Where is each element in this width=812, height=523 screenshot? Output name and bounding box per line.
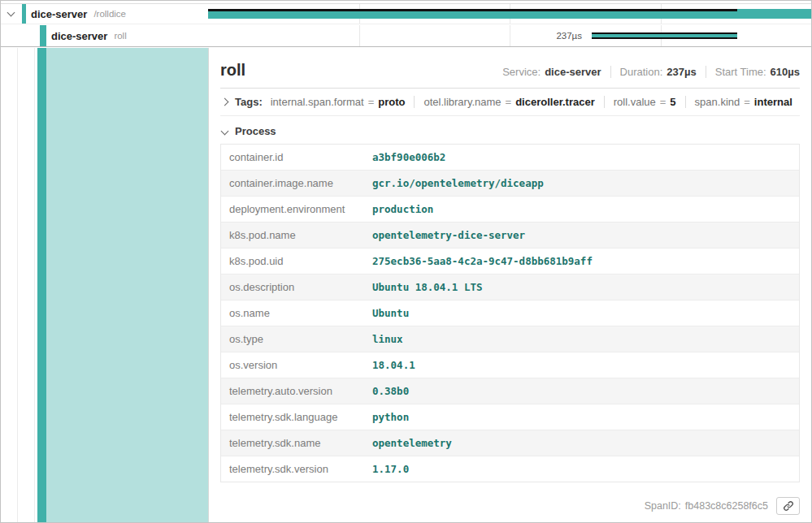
equals-sign: [368, 96, 375, 108]
equals-sign: [506, 96, 512, 108]
service-label: Service:: [502, 66, 541, 78]
tag-summary-pair: internal.span.formatproto: [271, 96, 415, 108]
span-duration-label: 237µs: [208, 25, 587, 46]
key-cell: os.version: [221, 352, 364, 378]
table-row: telemetry.sdk.language python: [221, 404, 799, 430]
table-row: telemetry.auto.version 0.38b0: [221, 378, 799, 404]
duration-value: 237µs: [667, 66, 696, 78]
service-value: dice-server: [545, 66, 601, 78]
table-row: os.type linux: [221, 326, 799, 352]
value-cell: 18.04.1: [364, 352, 423, 378]
table-row: os.description Ubuntu 18.04.1 LTS: [221, 274, 799, 300]
key-cell: telemetry.sdk.version: [221, 456, 364, 482]
span-name-cell[interactable]: dice-server /rolldice: [1, 4, 208, 24]
tags-summary: internal.span.formatproto otel.library.n…: [271, 96, 800, 108]
trace-detail-view: dice-server /rolldice dice-server roll 2…: [0, 0, 812, 523]
value-cell: opentelemetry-dice-server: [364, 223, 533, 248]
span-detail-meta: Service: dice-server Duration: 237µs Sta…: [502, 66, 800, 78]
span-bar-tail: [737, 9, 811, 11]
process-accordion-header[interactable]: Process: [220, 116, 800, 144]
span-detail-title: roll: [220, 61, 245, 80]
key-cell: k8s.pod.name: [221, 223, 364, 248]
tag-value: diceroller.tracer: [515, 96, 595, 108]
table-row: container.image.name gcr.io/opentelemetr…: [221, 171, 799, 197]
table-row: deployment.environment production: [221, 197, 799, 223]
tag-value: 5: [670, 96, 675, 108]
chevron-right-icon: [221, 98, 229, 106]
tag-key: internal.span.format: [271, 96, 364, 108]
meta-divider: [610, 66, 611, 78]
process-table: container.id a3bf90e006b2 container.imag…: [220, 144, 800, 482]
tag-summary-pair: roll.value5: [604, 96, 685, 108]
span-timeline: 237µs: [208, 25, 811, 46]
span-operation-name: /rolldice: [93, 9, 126, 19]
value-cell: 0.38b0: [364, 378, 417, 404]
collapse-chevron-icon[interactable]: [7, 9, 15, 17]
indent-guide: [17, 48, 18, 522]
span-detail-header: roll Service: dice-server Duration: 237µ…: [220, 48, 800, 89]
span-timeline: [208, 4, 811, 24]
equals-sign: [744, 96, 750, 108]
tag-summary-pair: otel.library.namediceroller.tracer: [414, 96, 603, 108]
indent-guide: [34, 48, 35, 522]
tag-key: roll.value: [614, 96, 656, 108]
tag-key: span.kind: [695, 96, 740, 108]
process-label: Process: [235, 125, 276, 137]
span-name-cell[interactable]: dice-server roll: [1, 25, 208, 46]
service-color-band: [40, 25, 46, 46]
trace-span-row: dice-server /rolldice: [1, 3, 811, 24]
selected-span-color-strip: [37, 48, 46, 522]
span-footer: SpanID: fb483c8c6258f6c5: [645, 497, 800, 515]
key-cell: os.type: [221, 326, 364, 352]
table-row: os.version 18.04.1: [221, 352, 799, 378]
value-cell: python: [364, 404, 417, 430]
link-icon: [783, 500, 794, 512]
key-cell: os.name: [221, 300, 364, 326]
span-bar[interactable]: [592, 32, 738, 39]
value-cell: 1.17.0: [364, 456, 417, 482]
span-detail-panel: roll Service: dice-server Duration: 237µ…: [208, 48, 811, 522]
start-time-label: Start Time:: [715, 66, 766, 78]
span-service-name: dice-server: [51, 30, 107, 42]
value-cell: gcr.io/opentelemetry/diceapp: [364, 171, 552, 196]
span-service-name: dice-server: [31, 8, 87, 20]
table-row: container.id a3bf90e006b2: [221, 145, 799, 171]
deep-link-button[interactable]: [776, 497, 800, 515]
tag-value: internal: [754, 96, 792, 108]
key-cell: container.id: [221, 145, 364, 170]
key-cell: telemetry.sdk.name: [221, 430, 364, 456]
span-bar[interactable]: [208, 11, 811, 19]
detail-row: roll Service: dice-server Duration: 237µ…: [1, 48, 811, 522]
table-row: k8s.pod.name opentelemetry-dice-server: [221, 223, 799, 249]
spanid-label: SpanID:: [645, 500, 681, 512]
key-cell: os.description: [221, 274, 364, 300]
duration-label: Duration:: [620, 66, 663, 78]
key-cell: container.image.name: [221, 171, 364, 196]
chevron-down-icon: [221, 128, 229, 136]
table-row: k8s.pod.uid 275ecb36-5aa8-4c2a-9c47-d8bb…: [221, 249, 799, 274]
tag-key: otel.library.name: [423, 96, 501, 108]
meta-divider: [706, 66, 706, 78]
tags-accordion-header[interactable]: Tags: internal.span.formatproto otel.lib…: [220, 89, 800, 116]
value-cell: Ubuntu 18.04.1 LTS: [364, 274, 490, 300]
value-cell: opentelemetry: [364, 430, 460, 456]
tags-label: Tags:: [235, 96, 263, 108]
table-row: telemetry.sdk.version 1.17.0: [221, 456, 799, 482]
key-cell: k8s.pod.uid: [221, 249, 364, 274]
value-cell: a3bf90e006b2: [364, 145, 454, 170]
table-row: telemetry.sdk.name opentelemetry: [221, 430, 799, 456]
value-cell: production: [364, 197, 441, 222]
key-cell: deployment.environment: [221, 197, 364, 222]
span-operation-name: roll: [114, 31, 126, 41]
value-cell: Ubuntu: [364, 300, 417, 326]
table-row: os.name Ubuntu: [221, 300, 799, 326]
selected-span-highlight[interactable]: [46, 48, 208, 522]
key-cell: telemetry.auto.version: [221, 378, 364, 404]
span-list-gutter: [1, 48, 208, 522]
value-cell: linux: [364, 326, 411, 352]
key-cell: telemetry.sdk.language: [221, 404, 364, 430]
service-color-band: [22, 4, 26, 24]
critical-path-bar: [208, 9, 737, 11]
start-time-value: 610µs: [771, 66, 800, 78]
trace-span-row: dice-server roll 237µs: [1, 25, 811, 47]
